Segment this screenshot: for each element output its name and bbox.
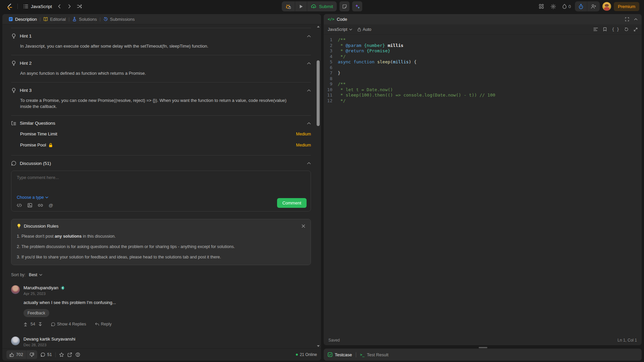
submit-button[interactable]: Submit	[307, 1, 337, 11]
scroll-up-arrow[interactable]	[317, 26, 320, 27]
code-line[interactable]: 1/**	[324, 37, 642, 43]
chevron-down-icon	[349, 28, 352, 31]
code-line[interactable]: 10 * let t = Date.now()	[324, 87, 642, 93]
panel-tabbar: Description | Editorial | Solutions | Su…	[2, 14, 321, 24]
tab-submissions[interactable]: Submissions	[101, 17, 138, 22]
debug-button[interactable]	[282, 1, 295, 11]
sort-dropdown[interactable]: Best	[29, 273, 42, 277]
premium-button[interactable]: Premium	[614, 2, 639, 11]
question-circle-icon	[75, 352, 80, 357]
insert-image-icon[interactable]	[28, 203, 32, 207]
notes-button[interactable]	[339, 1, 350, 11]
language-dropdown[interactable]: JavaScript	[328, 27, 352, 32]
close-icon[interactable]	[302, 224, 305, 228]
collapse-panel-icon[interactable]	[634, 18, 638, 20]
code-line[interactable]: 7}	[324, 70, 642, 76]
commenter-name[interactable]: Marudhupandiyan	[23, 285, 58, 290]
hint3-title: Hint 3	[20, 88, 304, 93]
editorial-icon	[43, 17, 48, 21]
similar-questions-header[interactable]: Similar Questions	[11, 116, 311, 126]
code-line[interactable]: 8	[324, 76, 642, 82]
downvote-button[interactable]	[38, 322, 42, 326]
layout-icon[interactable]	[537, 2, 546, 11]
scroll-down-arrow[interactable]	[317, 345, 320, 347]
tab-editorial[interactable]: Editorial	[41, 17, 68, 22]
show-replies-button[interactable]: Show 4 Replies	[51, 322, 86, 326]
tab-test-result[interactable]: >_ Test Result	[360, 352, 388, 357]
help-button[interactable]	[75, 352, 80, 357]
code-icon: </>	[328, 17, 334, 21]
settings-gear-icon[interactable]	[549, 2, 558, 11]
comments-count: 51	[47, 352, 52, 357]
commenter-avatar[interactable]	[11, 285, 20, 294]
rule-item: 2. The problem discussion is for asking …	[17, 244, 305, 249]
code-line[interactable]: 5async function sleep(millis) {	[324, 59, 642, 65]
problem-list-button[interactable]: JavaScript	[21, 4, 54, 9]
rule-item: 3. If you'd like to share your solution …	[17, 254, 305, 260]
reset-code-icon[interactable]	[624, 27, 629, 32]
upvote-button[interactable]	[23, 322, 28, 326]
reply-button[interactable]: Reply	[95, 322, 112, 326]
run-button[interactable]	[295, 1, 307, 11]
similar-question-row[interactable]: Promise Time Limit Medium	[11, 128, 311, 139]
online-indicator: 21 Online	[296, 352, 317, 357]
mention-icon[interactable]: @	[49, 203, 53, 208]
tab-description[interactable]: Description	[6, 17, 40, 22]
discussion-header[interactable]: Discussion (51)	[11, 156, 311, 166]
code-line[interactable]: 11 * sleep(100).then(() => console.log(D…	[324, 93, 642, 98]
bookmark-icon[interactable]	[603, 27, 607, 32]
choose-type-dropdown[interactable]: Choose a type	[17, 195, 53, 200]
code-line[interactable]: 12 */	[324, 98, 642, 104]
user-avatar[interactable]	[602, 2, 611, 11]
next-question-button[interactable]	[65, 2, 74, 11]
dislike-button[interactable]	[26, 350, 37, 359]
streak-counter[interactable]: 0	[561, 4, 572, 9]
problem-list-icon	[23, 4, 29, 9]
snippets-icon[interactable]: { }	[612, 27, 619, 32]
insert-code-icon[interactable]	[17, 203, 22, 207]
leetcode-logo[interactable]	[5, 2, 14, 11]
auto-toggle[interactable]: Auto	[358, 27, 371, 32]
comments-count-button[interactable]: 51	[41, 352, 52, 357]
code-line[interactable]: 3 * @return {Promise}	[324, 48, 642, 54]
share-button[interactable]	[67, 352, 72, 357]
favorite-star-button[interactable]	[59, 352, 64, 357]
similar-question-row[interactable]: Promise Pool Medium	[11, 139, 311, 150]
timer-button[interactable]	[575, 1, 587, 11]
code-line[interactable]: 4 */	[324, 54, 642, 60]
insert-link-icon[interactable]	[38, 203, 43, 207]
comment-date: Apr 25, 2023	[23, 292, 64, 296]
commenter-name[interactable]: Devang kartik Suryavanshi	[23, 337, 75, 342]
left-scrollbar[interactable]	[316, 24, 320, 348]
code-editor[interactable]: 1/**2 * @param {number} millis3 * @retur…	[324, 35, 642, 335]
commenter-avatar[interactable]	[11, 337, 20, 345]
hint2-header[interactable]: Hint 2	[11, 55, 311, 66]
lock-icon	[49, 143, 53, 147]
format-code-icon[interactable]	[593, 27, 598, 31]
invite-user-button[interactable]	[587, 1, 600, 11]
comment-tag[interactable]: Feedback	[23, 309, 49, 317]
shuffle-icon[interactable]	[75, 2, 84, 11]
prev-question-button[interactable]	[55, 2, 64, 11]
comment-submit-button[interactable]: Comment	[277, 198, 307, 208]
hint1-header[interactable]: Hint 1	[11, 28, 311, 39]
solutions-icon	[72, 17, 77, 21]
panel-resize-handle[interactable]	[479, 347, 487, 348]
code-line[interactable]: 6	[324, 65, 642, 71]
chevron-down-icon	[39, 274, 42, 276]
comment-input[interactable]	[17, 175, 307, 195]
code-panel-title: Code	[337, 17, 623, 22]
fullscreen-icon[interactable]	[625, 17, 629, 21]
scrollbar-thumb[interactable]	[317, 60, 320, 126]
tab-testcase[interactable]: Testcase	[328, 352, 352, 357]
code-line[interactable]: 2 * @param {number} millis	[324, 43, 642, 49]
like-button[interactable]: 702	[6, 350, 26, 359]
code-line[interactable]: 9/**	[324, 81, 642, 87]
ai-sparkles-button[interactable]	[352, 1, 362, 11]
comment-composer: Choose a type @ Comment	[11, 171, 311, 212]
description-icon	[8, 17, 13, 21]
maximize-editor-icon[interactable]	[634, 27, 638, 32]
tab-solutions[interactable]: Solutions	[69, 17, 99, 22]
hint3-header[interactable]: Hint 3	[11, 82, 311, 93]
streak-count: 0	[569, 4, 571, 9]
